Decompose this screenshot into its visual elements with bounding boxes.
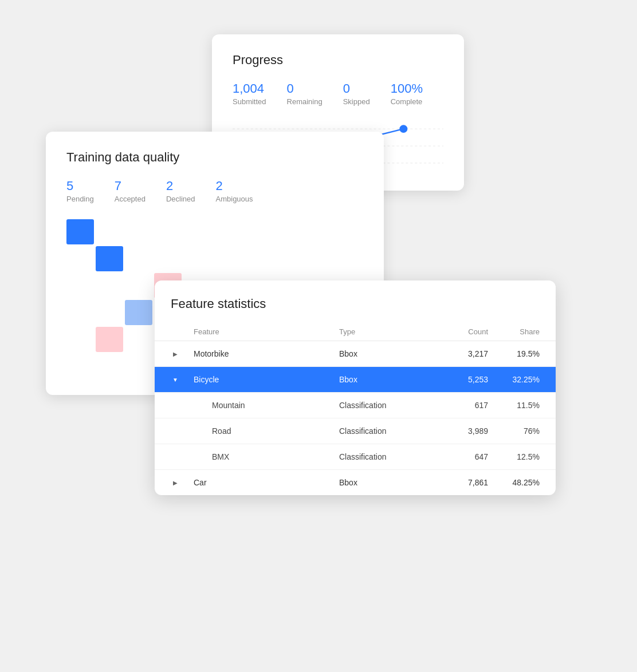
col-expand: [171, 327, 194, 336]
matrix-cell: [96, 219, 123, 244]
col-feature: Feature: [194, 327, 339, 336]
col-count: Count: [431, 327, 488, 336]
table-row[interactable]: ▶ Car Bbox 7,861 48.25%: [155, 470, 556, 495]
stat-complete: 100% Complete: [391, 81, 423, 106]
feature-statistics-title: Feature statistics: [155, 297, 556, 323]
matrix-cell: [96, 273, 123, 298]
stat-remaining: 0 Remaining: [287, 81, 323, 106]
table-header: Feature Type Count Share: [155, 323, 556, 341]
feature-type: Classification: [339, 401, 431, 410]
no-expand-icon: [189, 452, 198, 461]
feature-type: Bbox: [339, 478, 431, 487]
stat-ambiguous: 2 Ambiguous: [216, 179, 253, 203]
expand-right-icon[interactable]: ▶: [171, 349, 180, 358]
feature-name: Mountain: [212, 401, 339, 410]
feature-name: Bicycle: [194, 375, 339, 384]
no-expand-icon: [189, 401, 198, 410]
stat-declined-label: Declined: [166, 195, 195, 203]
matrix-cell: [96, 354, 123, 379]
matrix-cell: [154, 219, 182, 244]
matrix-cell: [125, 219, 152, 244]
matrix-cell: [183, 246, 211, 271]
stat-skipped-label: Skipped: [343, 97, 370, 106]
table-row[interactable]: ▶ Motorbike Bbox 3,217 19.5%: [155, 341, 556, 367]
stat-declined: 2 Declined: [166, 179, 195, 203]
feature-name: Motorbike: [194, 349, 339, 358]
matrix-cell: [213, 246, 240, 271]
table-row-sub[interactable]: BMX Classification 647 12.5%: [155, 444, 556, 470]
matrix-cell: [66, 354, 94, 379]
stat-complete-value: 100%: [391, 81, 423, 96]
stat-accepted-value: 7: [115, 179, 121, 193]
stat-ambiguous-label: Ambiguous: [216, 195, 253, 203]
stat-remaining-value: 0: [287, 81, 294, 96]
matrix-cell: [66, 219, 94, 244]
matrix-cell: [125, 354, 152, 379]
stat-declined-value: 2: [166, 179, 173, 193]
stat-skipped: 0 Skipped: [343, 81, 370, 106]
col-share: Share: [488, 327, 540, 336]
feature-share: 32.25%: [488, 375, 540, 384]
matrix-cell: [66, 300, 94, 325]
feature-type: Classification: [339, 426, 431, 436]
feature-share: 19.5%: [488, 349, 540, 358]
feature-share: 11.5%: [488, 401, 540, 410]
feature-count: 647: [431, 452, 488, 461]
feature-share: 12.5%: [488, 452, 540, 461]
matrix-cell: [183, 219, 211, 244]
quality-stats: 5 Pending 7 Accepted 2 Declined 2 Ambigu…: [66, 179, 363, 203]
progress-stats: 1,004 Submitted 0 Remaining 0 Skipped 10…: [233, 81, 443, 106]
matrix-cell: [96, 246, 123, 271]
table-row-sub[interactable]: Road Classification 3,989 76%: [155, 418, 556, 444]
matrix-cell: [125, 246, 152, 271]
progress-title: Progress: [233, 53, 443, 68]
matrix-cell: [125, 273, 152, 298]
feature-type: Bbox: [339, 349, 431, 358]
stat-skipped-value: 0: [343, 81, 350, 96]
stat-ambiguous-value: 2: [216, 179, 223, 193]
stat-remaining-label: Remaining: [287, 97, 323, 106]
feature-type: Classification: [339, 452, 431, 461]
stat-submitted-value: 1,004: [233, 81, 264, 96]
matrix-cell: [213, 219, 240, 244]
matrix-cell: [66, 273, 94, 298]
stat-submitted: 1,004 Submitted: [233, 81, 266, 106]
stat-pending: 5 Pending: [66, 179, 94, 203]
expand-down-icon[interactable]: ▼: [171, 375, 180, 384]
no-expand-icon: [189, 426, 198, 436]
quality-title: Training data quality: [66, 150, 363, 165]
table-row-sub[interactable]: Mountain Classification 617 11.5%: [155, 393, 556, 418]
matrix-cell: [96, 327, 123, 352]
feature-card: Feature statistics Feature Type Count Sh…: [155, 280, 556, 495]
feature-count: 5,253: [431, 375, 488, 384]
feature-count: 3,989: [431, 426, 488, 436]
feature-share: 48.25%: [488, 478, 540, 487]
svg-point-6: [400, 126, 407, 133]
feature-count: 7,861: [431, 478, 488, 487]
feature-name: Car: [194, 478, 339, 487]
matrix-cell: [125, 300, 152, 325]
feature-count: 617: [431, 401, 488, 410]
feature-type: Bbox: [339, 375, 431, 384]
feature-count: 3,217: [431, 349, 488, 358]
matrix-cell: [154, 246, 182, 271]
stat-pending-value: 5: [66, 179, 73, 193]
matrix-cell: [125, 327, 152, 352]
feature-name: Road: [212, 426, 339, 436]
matrix-cell: [66, 246, 94, 271]
stat-accepted-label: Accepted: [115, 195, 146, 203]
stat-complete-label: Complete: [391, 97, 423, 106]
table-row-selected[interactable]: ▼ Bicycle Bbox 5,253 32.25%: [155, 367, 556, 393]
feature-share: 76%: [488, 426, 540, 436]
matrix-cell: [96, 300, 123, 325]
stat-pending-label: Pending: [66, 195, 94, 203]
matrix-cell: [66, 327, 94, 352]
stat-submitted-label: Submitted: [233, 97, 266, 106]
stat-accepted: 7 Accepted: [115, 179, 146, 203]
feature-name: BMX: [212, 452, 339, 461]
expand-right-icon[interactable]: ▶: [171, 478, 180, 487]
col-type: Type: [339, 327, 431, 336]
